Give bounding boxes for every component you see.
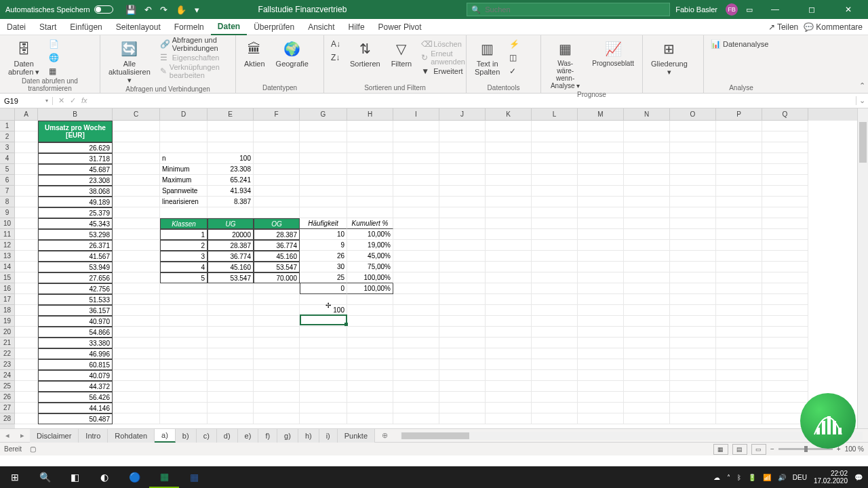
cell[interactable] — [15, 403, 38, 413]
cell[interactable]: 20000 — [208, 229, 254, 240]
cell[interactable] — [208, 381, 254, 392]
cell[interactable] — [439, 327, 486, 338]
cell[interactable] — [578, 403, 624, 413]
cell[interactable] — [347, 175, 393, 186]
cell[interactable] — [670, 153, 716, 164]
cell[interactable] — [716, 121, 762, 131]
cell[interactable] — [762, 142, 808, 153]
cell[interactable] — [160, 283, 208, 294]
tab-hilfe[interactable]: Hilfe — [342, 19, 372, 35]
refresh-all-button[interactable]: 🔄Alle aktualisieren ▾ — [106, 38, 153, 85]
cell[interactable] — [347, 153, 393, 164]
cell[interactable] — [254, 164, 300, 175]
row-header[interactable]: 12 — [0, 240, 15, 251]
cell[interactable] — [15, 294, 38, 305]
row-header[interactable]: 27 — [0, 403, 15, 413]
cell[interactable] — [113, 175, 160, 186]
sheet-tab[interactable]: f) — [258, 429, 277, 443]
cell[interactable]: 44.372 — [38, 381, 113, 392]
cell[interactable]: 8.387 — [208, 197, 254, 207]
cell[interactable] — [347, 381, 393, 392]
from-text-button[interactable]: 📄 — [47, 38, 60, 50]
cell[interactable]: 46.996 — [38, 348, 113, 359]
cell[interactable] — [486, 153, 532, 164]
text-to-columns-button[interactable]: ▥Text in Spalten — [472, 38, 502, 77]
user-name[interactable]: Fabio Basler — [675, 5, 717, 14]
cell[interactable] — [716, 413, 762, 424]
cell[interactable] — [716, 294, 762, 305]
cell[interactable] — [113, 370, 160, 381]
cell[interactable] — [393, 131, 439, 142]
cell[interactable] — [624, 262, 670, 272]
data-analysis-button[interactable]: 📊Datenanalyse — [709, 38, 770, 50]
cell[interactable] — [208, 413, 254, 424]
cell[interactable] — [624, 413, 670, 424]
cell[interactable] — [300, 370, 347, 381]
cell[interactable] — [15, 272, 38, 283]
col-header-G[interactable]: G — [300, 108, 347, 121]
row-header[interactable]: 1 — [0, 121, 15, 131]
cell[interactable] — [208, 348, 254, 359]
cell[interactable]: linearisieren — [160, 197, 208, 207]
tray-onedrive-icon[interactable]: ☁ — [713, 474, 720, 481]
cell[interactable] — [393, 186, 439, 197]
cell[interactable] — [716, 403, 762, 413]
cell[interactable] — [762, 294, 808, 305]
cell[interactable] — [208, 283, 254, 294]
col-header-M[interactable]: M — [578, 108, 624, 121]
row-header[interactable]: 21 — [0, 338, 15, 348]
cell[interactable] — [208, 327, 254, 338]
cell[interactable]: 60.815 — [38, 359, 113, 370]
cell[interactable] — [716, 348, 762, 359]
col-header-O[interactable]: O — [670, 108, 716, 121]
cell[interactable] — [486, 186, 532, 197]
cell[interactable] — [762, 305, 808, 316]
cell[interactable] — [393, 197, 439, 207]
flash-fill-button[interactable]: ⚡ — [508, 38, 520, 50]
cell[interactable] — [578, 316, 624, 327]
cell[interactable] — [393, 262, 439, 272]
col-header-C[interactable]: C — [113, 108, 160, 121]
sheet-tab[interactable]: a) — [155, 429, 176, 443]
cell[interactable] — [670, 294, 716, 305]
cell[interactable] — [160, 403, 208, 413]
cell[interactable] — [15, 348, 38, 359]
cell[interactable] — [160, 348, 208, 359]
cell[interactable] — [439, 121, 486, 131]
cell[interactable] — [254, 305, 300, 316]
cell[interactable] — [15, 370, 38, 381]
sheet-tab[interactable]: h) — [298, 429, 319, 443]
tab-formeln[interactable]: Formeln — [167, 19, 211, 35]
cell[interactable] — [716, 392, 762, 403]
cell[interactable] — [439, 359, 486, 370]
cell[interactable] — [300, 348, 347, 359]
cell[interactable] — [393, 121, 439, 131]
cell[interactable] — [624, 359, 670, 370]
cell[interactable] — [578, 413, 624, 424]
cell[interactable] — [532, 392, 578, 403]
cell[interactable] — [300, 121, 347, 131]
cell[interactable]: 100 — [300, 305, 347, 316]
cell[interactable] — [113, 338, 160, 348]
cell[interactable] — [439, 381, 486, 392]
cell[interactable]: 36.774 — [254, 240, 300, 251]
cell[interactable] — [486, 316, 532, 327]
browser-icon[interactable]: 🔵 — [119, 466, 149, 488]
add-sheet-button[interactable]: ⊕ — [375, 431, 395, 440]
cell[interactable] — [254, 294, 300, 305]
cell[interactable] — [670, 305, 716, 316]
cell[interactable] — [347, 305, 393, 316]
zoom-out-button[interactable]: − — [770, 445, 774, 453]
cell[interactable] — [762, 207, 808, 218]
cell[interactable] — [347, 186, 393, 197]
cell[interactable] — [113, 305, 160, 316]
cell[interactable] — [670, 262, 716, 272]
whatif-button[interactable]: ▦Was-wäre-wenn- Analyse ▾ — [547, 38, 584, 91]
cell[interactable] — [624, 218, 670, 229]
cell[interactable]: 100,00% — [347, 283, 393, 294]
cell[interactable] — [393, 413, 439, 424]
cell[interactable] — [300, 413, 347, 424]
cell[interactable]: 30 — [300, 262, 347, 272]
task-view-button[interactable]: ◧ — [60, 466, 90, 488]
cell[interactable] — [254, 186, 300, 197]
